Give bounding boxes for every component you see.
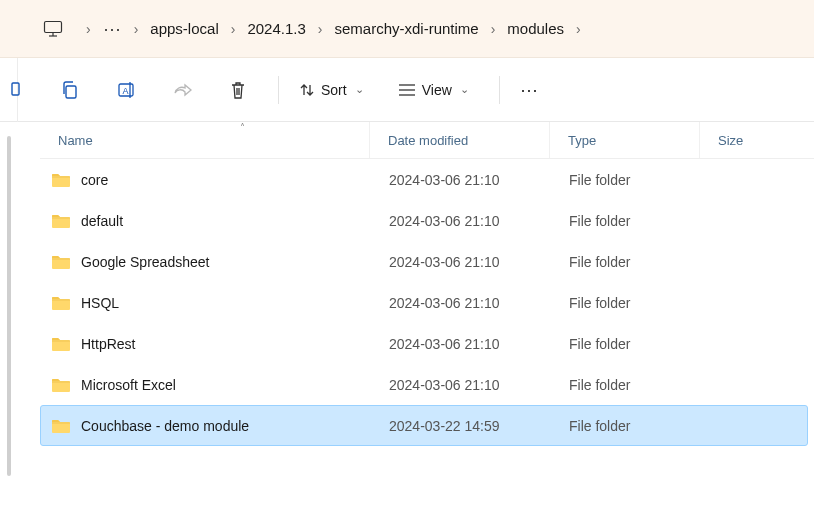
table-row[interactable]: HSQL 2024-03-06 21:10 File folder	[40, 282, 808, 323]
chevron-right-icon[interactable]: ›	[231, 21, 236, 37]
file-list: ˄ Name Date modified Type Size core 2024	[40, 122, 814, 446]
file-name: Google Spreadsheet	[81, 254, 209, 270]
scrollbar[interactable]	[7, 136, 11, 476]
file-name: HttpRest	[81, 336, 135, 352]
more-button[interactable]: ⋯	[520, 79, 540, 101]
table-row[interactable]: default 2024-03-06 21:10 File folder	[40, 200, 808, 241]
address-bar: › ⋯ › apps-local › 2024.1.3 › semarchy-x…	[0, 0, 814, 58]
file-type: File folder	[551, 213, 701, 229]
file-name: Microsoft Excel	[81, 377, 176, 393]
file-type: File folder	[551, 336, 701, 352]
file-name: HSQL	[81, 295, 119, 311]
column-type[interactable]: Type	[550, 122, 700, 158]
file-date: 2024-03-06 21:10	[371, 172, 551, 188]
breadcrumb-item[interactable]: 2024.1.3	[245, 16, 307, 41]
svg-rect-4	[66, 86, 76, 98]
file-type: File folder	[551, 377, 701, 393]
breadcrumb[interactable]: › ⋯ › apps-local › 2024.1.3 › semarchy-x…	[0, 16, 796, 42]
column-size-label: Size	[718, 133, 743, 148]
chevron-down-icon: ⌄	[460, 83, 469, 96]
file-date: 2024-03-06 21:10	[371, 254, 551, 270]
folder-icon	[51, 336, 71, 352]
chevron-right-icon[interactable]: ›	[318, 21, 323, 37]
breadcrumb-item[interactable]: modules	[505, 16, 566, 41]
file-date: 2024-03-06 21:10	[371, 377, 551, 393]
folder-icon	[51, 418, 71, 434]
chevron-right-icon[interactable]: ›	[491, 21, 496, 37]
chevron-right-icon[interactable]: ›	[576, 21, 581, 37]
file-date: 2024-03-22 14:59	[371, 418, 551, 434]
file-name: core	[81, 172, 108, 188]
folder-icon	[51, 254, 71, 270]
chevron-right-icon[interactable]: ›	[86, 21, 91, 37]
chevron-down-icon: ⌄	[355, 83, 364, 96]
table-row[interactable]: core 2024-03-06 21:10 File folder	[40, 159, 808, 200]
share-button	[162, 70, 202, 110]
column-size[interactable]: Size	[700, 122, 814, 158]
table-row[interactable]: HttpRest 2024-03-06 21:10 File folder	[40, 323, 808, 364]
rename-button[interactable]: A	[106, 70, 146, 110]
svg-rect-0	[45, 21, 62, 32]
file-type: File folder	[551, 295, 701, 311]
table-row[interactable]: Google Spreadsheet 2024-03-06 21:10 File…	[40, 241, 808, 282]
toolbar: A Sort ⌄ View ⌄ ⋯	[0, 58, 814, 122]
chevron-right-icon[interactable]: ›	[134, 21, 139, 37]
table-row[interactable]: Microsoft Excel 2024-03-06 21:10 File fo…	[40, 364, 808, 405]
file-type: File folder	[551, 172, 701, 188]
breadcrumb-item[interactable]: semarchy-xdi-runtime	[332, 16, 480, 41]
file-area: ˄ Name Date modified Type Size core 2024	[0, 122, 814, 446]
file-name: Couchbase - demo module	[81, 418, 249, 434]
column-name-label: Name	[58, 133, 93, 148]
svg-rect-3	[12, 83, 19, 95]
file-date: 2024-03-06 21:10	[371, 213, 551, 229]
column-type-label: Type	[568, 133, 596, 148]
column-date[interactable]: Date modified	[370, 122, 550, 158]
file-date: 2024-03-06 21:10	[371, 336, 551, 352]
toolbar-separator	[278, 76, 279, 104]
file-type: File folder	[551, 254, 701, 270]
svg-text:A: A	[123, 85, 129, 95]
folder-icon	[51, 295, 71, 311]
file-name: default	[81, 213, 123, 229]
sort-button[interactable]: Sort ⌄	[291, 76, 372, 104]
folder-icon	[51, 213, 71, 229]
sort-icon	[299, 82, 315, 98]
sort-indicator-icon: ˄	[240, 122, 245, 133]
file-type: File folder	[551, 418, 701, 434]
column-name[interactable]: Name	[40, 122, 370, 158]
file-date: 2024-03-06 21:10	[371, 295, 551, 311]
column-headers: ˄ Name Date modified Type Size	[40, 122, 814, 159]
copy-button[interactable]	[50, 70, 90, 110]
view-label: View	[422, 82, 452, 98]
breadcrumb-overflow[interactable]: ⋯	[101, 18, 124, 40]
folder-icon	[51, 377, 71, 393]
folder-icon	[51, 172, 71, 188]
breadcrumb-item[interactable]: apps-local	[148, 16, 220, 41]
table-row[interactable]: Couchbase - demo module 2024-03-22 14:59…	[40, 405, 808, 446]
sort-label: Sort	[321, 82, 347, 98]
delete-button[interactable]	[218, 70, 258, 110]
sidebar-edge	[0, 58, 18, 122]
monitor-icon[interactable]	[40, 16, 66, 42]
column-date-label: Date modified	[388, 133, 468, 148]
toolbar-separator	[499, 76, 500, 104]
view-button[interactable]: View ⌄	[390, 76, 477, 104]
view-icon	[398, 83, 416, 97]
